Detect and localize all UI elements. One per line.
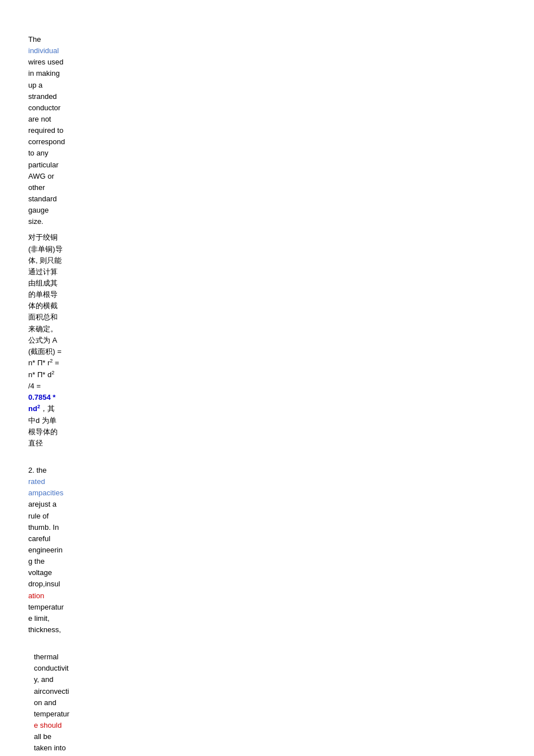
text-formula-2: n* Π* d2	[28, 370, 54, 379]
text-other: other	[28, 183, 45, 192]
text-cn-2: (非单铜)导	[28, 245, 63, 253]
text-cn-19: 根导体的	[28, 427, 58, 436]
text-particular: particular	[28, 161, 58, 169]
text-up-a: up a	[28, 81, 42, 89]
text-ation: ation	[28, 591, 44, 600]
text-standard: standard	[28, 195, 57, 203]
text-cn-11: (截面积) =	[28, 347, 62, 356]
text-formula-3: /4 =	[28, 382, 41, 390]
text-rule-of: rule of	[28, 512, 49, 520]
text-y-and: y, and	[34, 675, 53, 684]
text-temperatur-2: temperatur	[34, 710, 70, 718]
paragraph-rated: 2. the rated ampacities arejust a rule o…	[28, 465, 102, 636]
text-on-and: on and	[34, 698, 57, 707]
text-airconvecti: airconvecti	[34, 687, 69, 695]
text-correspond: correspond	[28, 137, 65, 146]
text-thickness: thickness,	[28, 625, 61, 634]
text-stranded: stranded	[28, 92, 57, 101]
text-e-should: e should	[34, 721, 62, 729]
text-formula-1: n* Π* r2 =	[28, 358, 59, 367]
gap-1	[28, 453, 534, 465]
text-careful: careful	[28, 534, 50, 543]
text-cn-7: 体的横截	[28, 301, 58, 310]
text-cn-3: 体, 则只能	[28, 256, 62, 265]
text-cn-20: 直径	[28, 439, 43, 447]
paragraph-chinese: 对于绞铜 (非单铜)导 体, 则只能 通过计算 由组成其 的单根导 体的横截 面…	[28, 232, 102, 449]
text-to-any: to any	[28, 149, 48, 157]
text-the: The	[28, 35, 41, 44]
text-cn-1: 对于绞铜	[28, 233, 58, 241]
text-temperatur: temperatur	[28, 603, 64, 611]
text-ampacities: ampacities	[28, 489, 63, 497]
text-rated: rated	[28, 477, 45, 486]
gap-2	[28, 640, 534, 651]
text-cn-10: 公式为 A	[28, 336, 57, 344]
text-cn-4: 通过计算	[28, 267, 58, 276]
paragraph-thermal: thermal conductivit y, and airconvecti o…	[28, 651, 102, 756]
text-cn-6: 的单根导	[28, 290, 58, 299]
text-conductivit: conductivit	[34, 664, 68, 672]
text-thumb-in: thumb. In	[28, 523, 59, 532]
text-e-limit: e limit,	[28, 614, 50, 623]
text-voltage: voltage	[28, 568, 52, 577]
text-all-be: all be	[34, 732, 51, 741]
text-cn-5: 由组成其	[28, 279, 58, 287]
page: The individual wires used in making up a…	[0, 0, 534, 756]
text-g-the: g the	[28, 557, 45, 565]
text-thermal: thermal	[34, 653, 58, 661]
text-awg-or: AWG or	[28, 172, 54, 180]
text-cn-17: ，其	[40, 404, 55, 413]
paragraph-wires: The individual wires used in making up a…	[28, 34, 102, 227]
text-in-making: in making	[28, 69, 60, 77]
text-conductor: conductor	[28, 103, 60, 112]
text-cn-9: 来确定。	[28, 325, 58, 333]
text-cn-18: 中d 为单	[28, 416, 57, 425]
text-required-to: required to	[28, 126, 63, 135]
text-2-the: 2. the	[28, 466, 47, 474]
text-wires-used: wires used	[28, 58, 63, 66]
text-taken-into: taken into	[34, 744, 66, 752]
text-cn-8: 面积总和	[28, 313, 58, 321]
text-drop-insul: drop,insul	[28, 580, 60, 588]
text-engineerin: engineerin	[28, 546, 63, 554]
text-gauge: gauge	[28, 206, 49, 214]
text-are-not: are not	[28, 115, 51, 123]
text-individual: individual	[28, 46, 59, 55]
text-arejust: arejust a	[28, 500, 57, 508]
text-size: size.	[28, 217, 44, 226]
